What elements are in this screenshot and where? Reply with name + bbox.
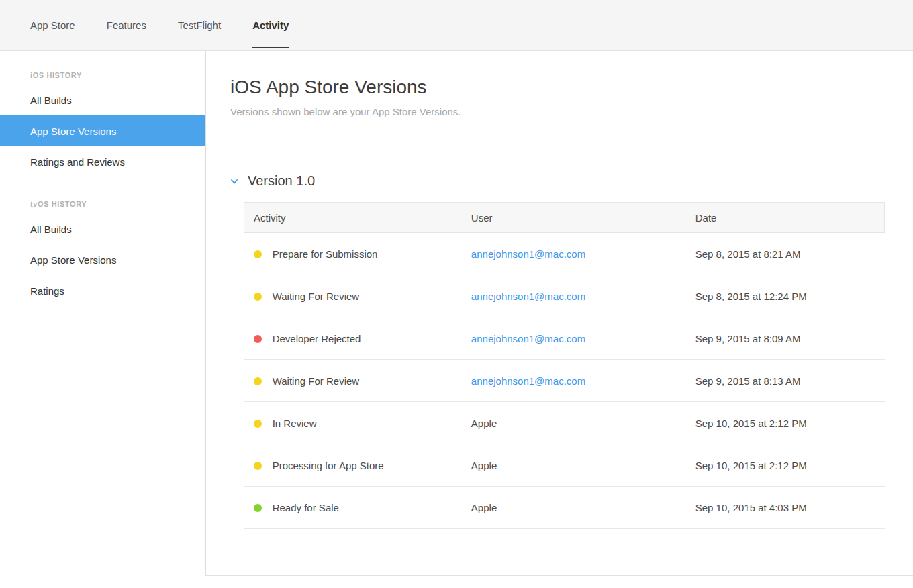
activity-cell: Waiting For Review <box>244 275 462 317</box>
tab-testflight[interactable]: TestFlight <box>178 0 221 50</box>
status-dot-yellow-icon <box>254 293 262 301</box>
sidebar-section-items: All BuildsApp Store VersionsRatings <box>0 213 205 306</box>
activity-label: Waiting For Review <box>273 291 359 302</box>
date-cell: Sep 10, 2015 at 4:03 PM <box>686 487 885 529</box>
user-name: Apple <box>471 502 497 513</box>
activity-cell: Ready for Sale <box>244 487 462 529</box>
status-dot-yellow-icon <box>254 462 262 470</box>
user-email-link[interactable]: annejohnson1@mac.com <box>471 291 585 302</box>
column-header-user: User <box>462 203 686 233</box>
sidebar-section-header: tvOS HISTORY <box>0 200 205 213</box>
sidebar-item-label: App Store Versions <box>30 254 116 266</box>
sidebar-item-label: All Builds <box>30 224 72 235</box>
chevron-down-icon[interactable] <box>230 177 238 185</box>
main-content: iOS App Store Versions Versions shown be… <box>206 51 913 576</box>
table-row: Waiting For Review annejohnson1@mac.com … <box>244 275 885 317</box>
date-cell: Sep 8, 2015 at 8:21 AM <box>686 233 885 275</box>
date-cell: Sep 10, 2015 at 2:12 PM <box>686 444 885 487</box>
user-email-link[interactable]: annejohnson1@mac.com <box>471 375 585 387</box>
user-cell: Apple <box>462 444 686 487</box>
user-name: Apple <box>471 418 497 429</box>
user-cell: Apple <box>462 487 686 529</box>
sidebar-section: iOS HISTORY All BuildsApp Store Versions… <box>0 71 205 177</box>
sidebar-section-items: All BuildsApp Store VersionsRatings and … <box>0 85 205 177</box>
tab-label: App Store <box>30 19 75 31</box>
sidebar-item-ratings-and-reviews[interactable]: Ratings and Reviews <box>0 146 205 177</box>
table-row: In Review Apple Sep 10, 2015 at 2:12 PM <box>244 402 885 444</box>
sidebar-section: tvOS HISTORY All BuildsApp Store Version… <box>0 200 205 306</box>
status-dot-red-icon <box>254 335 262 343</box>
date-cell: Sep 8, 2015 at 12:24 PM <box>686 275 885 317</box>
user-cell: annejohnson1@mac.com <box>462 317 686 360</box>
column-header-activity: Activity <box>244 203 462 233</box>
page-title: iOS App Store Versions <box>230 77 885 98</box>
activity-cell: In Review <box>244 402 462 444</box>
top-navigation: App StoreFeaturesTestFlightActivity <box>0 0 913 51</box>
user-cell: annejohnson1@mac.com <box>462 275 686 317</box>
activity-cell: Processing for App Store <box>244 444 462 487</box>
activity-cell: Developer Rejected <box>244 317 462 360</box>
user-email-link[interactable]: annejohnson1@mac.com <box>471 333 585 344</box>
user-cell: annejohnson1@mac.com <box>462 360 686 402</box>
sidebar: iOS HISTORY All BuildsApp Store Versions… <box>0 51 206 576</box>
version-title: Version 1.0 <box>248 173 315 189</box>
table-header-row: Activity User Date <box>244 203 885 233</box>
tab-activity[interactable]: Activity <box>252 0 289 50</box>
activity-label: Ready for Sale <box>273 502 339 513</box>
status-dot-yellow-icon <box>254 250 262 258</box>
activity-label: Developer Rejected <box>273 333 361 344</box>
table-row: Processing for App Store Apple Sep 10, 2… <box>244 444 885 487</box>
sidebar-item-all-builds[interactable]: All Builds <box>0 85 205 115</box>
activity-label: Prepare for Submission <box>273 248 378 260</box>
activity-table-wrap: Activity User Date Prepare for Submissio… <box>244 202 885 529</box>
tab-label: Features <box>107 19 146 31</box>
sidebar-item-all-builds[interactable]: All Builds <box>0 213 205 244</box>
activity-table: Activity User Date Prepare for Submissio… <box>244 202 885 529</box>
top-tabs: App StoreFeaturesTestFlightActivity <box>30 0 289 50</box>
table-row: Waiting For Review annejohnson1@mac.com … <box>244 360 885 402</box>
page-subtitle: Versions shown below are your App Store … <box>230 106 885 117</box>
sidebar-item-ratings[interactable]: Ratings <box>0 275 205 306</box>
user-cell: annejohnson1@mac.com <box>462 233 686 275</box>
activity-cell: Prepare for Submission <box>244 233 462 275</box>
table-row: Ready for Sale Apple Sep 10, 2015 at 4:0… <box>244 487 885 529</box>
sidebar-item-label: All Builds <box>30 95 72 106</box>
tab-features[interactable]: Features <box>107 0 146 50</box>
column-header-date: Date <box>686 203 885 233</box>
sidebar-item-label: Ratings and Reviews <box>30 156 125 168</box>
tab-label: TestFlight <box>178 19 221 31</box>
activity-label: In Review <box>273 418 317 429</box>
activity-label: Processing for App Store <box>273 460 384 471</box>
user-email-link[interactable]: annejohnson1@mac.com <box>471 248 585 260</box>
user-cell: Apple <box>462 402 686 444</box>
header-divider <box>230 138 885 138</box>
table-row: Prepare for Submission annejohnson1@mac.… <box>244 233 885 275</box>
date-cell: Sep 9, 2015 at 8:13 AM <box>686 360 885 402</box>
tab-app-store[interactable]: App Store <box>30 0 75 50</box>
sidebar-item-app-store-versions[interactable]: App Store Versions <box>0 115 205 146</box>
tab-label: Activity <box>252 19 289 31</box>
sidebar-item-label: App Store Versions <box>30 126 116 137</box>
activity-table-body: Prepare for Submission annejohnson1@mac.… <box>244 233 885 529</box>
content-row: iOS HISTORY All BuildsApp Store Versions… <box>0 51 913 576</box>
sidebar-item-app-store-versions[interactable]: App Store Versions <box>0 244 205 275</box>
date-cell: Sep 10, 2015 at 2:12 PM <box>686 402 885 444</box>
status-dot-yellow-icon <box>254 377 262 385</box>
sidebar-item-label: Ratings <box>30 285 64 297</box>
date-cell: Sep 9, 2015 at 8:09 AM <box>686 317 885 360</box>
status-dot-green-icon <box>254 504 262 512</box>
user-name: Apple <box>471 460 497 471</box>
sidebar-section-header: iOS HISTORY <box>0 71 205 85</box>
table-row: Developer Rejected annejohnson1@mac.com … <box>244 317 885 360</box>
activity-cell: Waiting For Review <box>244 360 462 402</box>
status-dot-yellow-icon <box>254 420 262 428</box>
version-section-header: Version 1.0 <box>230 173 885 189</box>
activity-label: Waiting For Review <box>273 375 359 387</box>
